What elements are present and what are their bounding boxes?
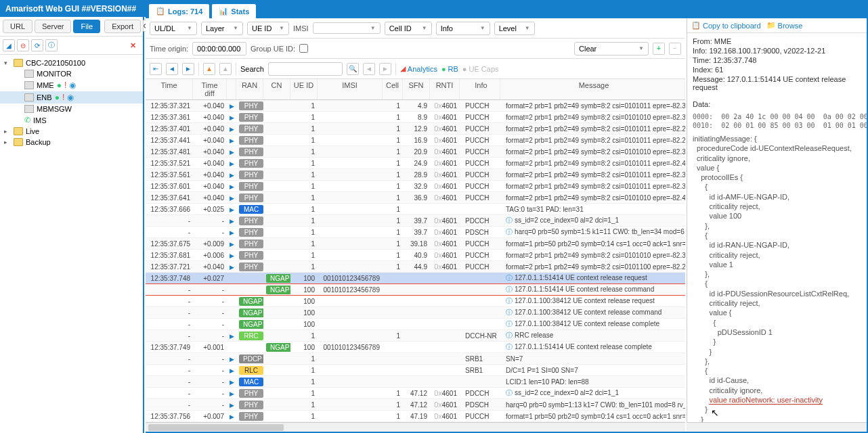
uldl-combo[interactable]: UL/DL▼	[150, 22, 197, 35]
table-row[interactable]: --▶PDCP1SRB1SN=7	[146, 353, 685, 365]
add-filter-icon[interactable]: +	[653, 43, 665, 55]
table-row[interactable]: 12:35:37.601+0.040▶PHY1132.90x4601PUCCHf…	[146, 181, 685, 192]
tree-item-mme[interactable]: MME ● ! ◉	[0, 79, 143, 91]
phone-icon: ✆	[24, 116, 30, 124]
nav-prev-icon[interactable]: ◄	[166, 63, 178, 75]
time-origin-input[interactable]: 00:00:00.000	[192, 42, 246, 55]
search-input[interactable]	[268, 62, 343, 76]
clear-tree-icon[interactable]: ✕	[126, 41, 140, 50]
table-row[interactable]: 12:35:37.361+0.040▶PHY118.90x4601PUCCHfo…	[146, 112, 685, 123]
info-combo[interactable]: Info▼	[436, 22, 490, 35]
col-ueid[interactable]: UE ID	[290, 79, 318, 99]
table-row[interactable]: 12:35:37.321+0.040▶PHY114.90x4601PUCCHfo…	[146, 100, 685, 112]
table-row[interactable]: --NGAP100ⓘ127.0.1.100:38412 UE context r…	[146, 319, 685, 330]
nav-next-icon[interactable]: ►	[182, 63, 194, 75]
disconnect-icon[interactable]: ⊖	[17, 39, 29, 51]
col-sfn[interactable]: SFN	[403, 79, 430, 99]
ueid-combo[interactable]: UE ID▼	[247, 22, 289, 35]
tree-item-enb[interactable]: ENB ● ! ◉	[0, 91, 143, 104]
log-grid[interactable]: Time Time diff RAN CN UE ID IMSI Cell SF…	[146, 79, 685, 422]
url-button[interactable]: URL	[3, 20, 32, 33]
search-button-icon[interactable]: 🔍	[347, 63, 359, 75]
table-row[interactable]: --▶PHY1147.120x4601PDCCHⓘss_id=2 cce_ind…	[146, 388, 685, 399]
col-rnti[interactable]: RNTI	[430, 79, 460, 99]
group-ue-checkbox[interactable]	[299, 44, 308, 53]
connect-icon[interactable]: ◢	[3, 39, 15, 51]
refresh-tree-icon[interactable]: ⟳	[31, 39, 43, 51]
rb-link[interactable]: ●RB	[441, 65, 458, 73]
h-scrollbar[interactable]	[146, 422, 685, 432]
tree-root[interactable]: ▾ CBC-2021050100	[0, 58, 143, 68]
table-row[interactable]: 12:35:37.675+0.009▶PHY1139.180x4601PUCCH…	[146, 238, 685, 250]
time-origin-label: Time origin:	[150, 45, 188, 53]
col-info[interactable]: Info	[460, 79, 500, 99]
table-row[interactable]: --NGAP100ⓘ127.0.1.100:38412 UE context r…	[146, 296, 685, 307]
table-row[interactable]: --NGAP100001010123456789ⓘ127.0.1.1:51414…	[146, 284, 685, 296]
tab-logs[interactable]: 📋 Logs: 714	[148, 3, 210, 18]
h-scrollbar-right[interactable]	[687, 422, 867, 432]
table-row[interactable]: --▶PHY1147.120x4601PDSCHharq=0 prb=0 sym…	[146, 399, 685, 411]
col-cn[interactable]: CN	[263, 79, 290, 99]
search-prev-icon[interactable]: ◄	[363, 63, 375, 75]
imsi-combo[interactable]: ▼	[313, 22, 381, 34]
table-row[interactable]: --▶PHY1139.70x4601PDCCHⓘss_id=2 cce_inde…	[146, 215, 685, 227]
col-dir[interactable]	[227, 79, 236, 99]
tab-stats[interactable]: 📊 Stats	[211, 3, 257, 18]
status-warn-icon: !	[64, 81, 66, 90]
table-row[interactable]: 12:35:37.481+0.040▶PHY1120.90x4601PUCCHf…	[146, 146, 685, 158]
table-row[interactable]: --▶RRC11DCCH-NRⓘRRC release	[146, 330, 685, 342]
layer-combo[interactable]: Layer▼	[201, 22, 243, 35]
table-row[interactable]: --▶MAC1LCID:1 len=10 PAD: len=88	[146, 376, 685, 388]
table-row[interactable]: 12:35:37.441+0.040▶PHY1116.90x4601PUCCHf…	[146, 135, 685, 146]
col-imsi[interactable]: IMSI	[318, 79, 383, 99]
error-icon[interactable]: ▲	[219, 63, 232, 75]
status-warn-icon: !	[62, 93, 64, 102]
col-cell[interactable]: Cell	[383, 79, 403, 99]
app-title: Amarisoft Web GUI ##VERSION##	[5, 4, 136, 14]
col-diff[interactable]: Time diff	[193, 79, 227, 99]
table-row[interactable]: --▶PHY1139.70x4601PDSCHⓘharq=0 prb=50 sy…	[146, 227, 685, 238]
table-row[interactable]: 12:35:37.748+0.027NGAP100001010123456789…	[146, 273, 685, 284]
detail-proto: initiatingMessage: { procedureCode id-UE…	[693, 134, 861, 422]
group-ue-label: Group UE ID:	[251, 45, 295, 53]
table-row[interactable]: 12:35:37.641+0.040▶PHY1136.90x4601PUCCHf…	[146, 192, 685, 204]
table-row[interactable]: 12:35:37.521+0.040▶PHY1124.90x4601PUCCHf…	[146, 158, 685, 169]
table-row[interactable]: 12:35:37.401+0.040▶PHY1112.90x4601PUCCHf…	[146, 123, 685, 135]
warning-icon[interactable]: ▲	[203, 63, 215, 75]
tree-folder-live[interactable]: ▸Live	[0, 126, 143, 137]
uecaps-link[interactable]: ●UE Caps	[462, 65, 499, 73]
table-row[interactable]: --NGAP100ⓘ127.0.1.100:38412 UE context r…	[146, 307, 685, 319]
table-row[interactable]: 12:35:37.749+0.001NGAP100001010123456789…	[146, 342, 685, 353]
remove-filter-icon[interactable]: −	[669, 43, 681, 55]
tree-item-mbmsgw[interactable]: MBMSGW	[0, 104, 143, 114]
export-button[interactable]: Export	[104, 20, 141, 33]
search-next-icon[interactable]: ►	[379, 63, 391, 75]
table-row[interactable]: 12:35:37.681+0.006▶PHY1140.90x4601PUCCHf…	[146, 250, 685, 261]
file-button[interactable]: File	[73, 20, 100, 33]
table-row[interactable]: 12:35:37.561+0.040▶PHY1128.90x4601PUCCHf…	[146, 169, 685, 181]
detail-data-label: Data:	[693, 100, 861, 108]
tree-label: Live	[26, 127, 39, 135]
tree-folder-backup[interactable]: ▸Backup	[0, 137, 143, 147]
analytics-link[interactable]: ◢Analytics	[400, 64, 437, 73]
browse-button[interactable]: 📁 Browse	[766, 21, 803, 30]
info-tree-icon[interactable]: ⓘ	[45, 39, 58, 51]
col-msg[interactable]: Message	[500, 79, 685, 99]
col-time[interactable]: Time	[146, 79, 193, 99]
tree-item-ims[interactable]: ✆IMS	[0, 114, 143, 126]
detail-info: Info: 192.168.100.17:9000, v2022-12-21	[693, 47, 861, 55]
detail-panel: 📋 Copy to clipboard 📁 Browse From: MME I…	[687, 18, 867, 422]
clear-combo[interactable]: Clear▼	[574, 42, 649, 55]
col-ran[interactable]: RAN	[236, 79, 263, 99]
table-row[interactable]: 12:35:37.756+0.007▶PHY1147.190x4601PUCCH…	[146, 411, 685, 422]
nav-first-icon[interactable]: ⇤	[150, 63, 162, 75]
table-row[interactable]: 12:35:37.721+0.040▶PHY1144.90x4601PUCCHf…	[146, 261, 685, 273]
cellid-combo[interactable]: Cell ID▼	[385, 22, 432, 35]
server-button[interactable]: Server	[35, 20, 71, 33]
tree-label: MONITOR	[37, 70, 72, 78]
level-combo[interactable]: Level▼	[494, 22, 535, 35]
table-row[interactable]: --▶RLC1SRB1D/C=1 P=1 SI=00 SN=7	[146, 365, 685, 376]
tree-item-monitor[interactable]: MONITOR	[0, 68, 143, 79]
copy-clipboard-button[interactable]: 📋 Copy to clipboard	[691, 21, 761, 30]
table-row[interactable]: 12:35:37.666+0.025▶MAC11TAG:0 ta=31 PAD:…	[146, 204, 685, 215]
